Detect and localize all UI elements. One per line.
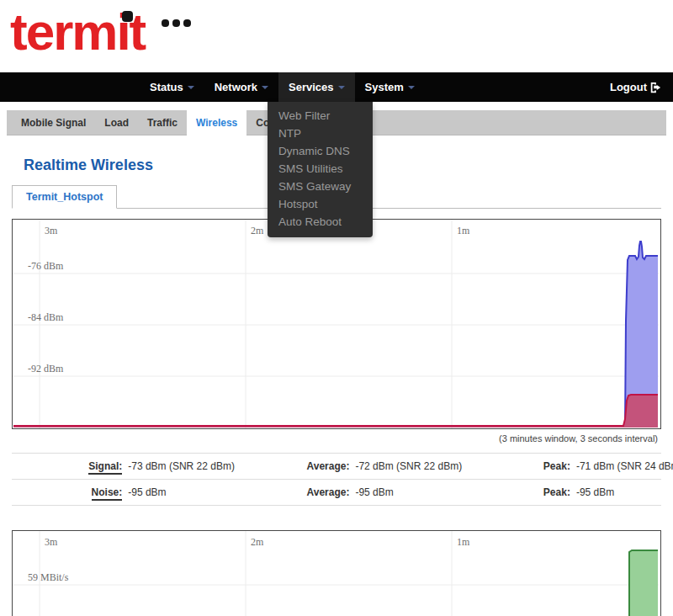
- noise-peak-label: Peak:: [538, 486, 570, 498]
- noise-average-value: -95 dBm: [349, 486, 538, 498]
- signal-average-value: -72 dBm (SNR 22 dBm): [349, 460, 538, 472]
- tab-termit-hotspot[interactable]: Termit_Hotspot: [12, 185, 117, 209]
- traffic-chart: 3m2m1m59 MBit/s: [12, 530, 661, 616]
- svg-text:1m: 1m: [457, 536, 470, 548]
- noise-peak-value: -95 dBm: [570, 486, 661, 498]
- logout-icon: [649, 82, 661, 93]
- signal-legend-label: Signal:: [88, 460, 122, 475]
- nav-item-system[interactable]: System: [355, 72, 425, 102]
- svg-text:2m: 2m: [251, 536, 264, 548]
- svg-text:3m: 3m: [45, 225, 58, 236]
- table-row-noise: Noise: -95 dBm Average: -95 dBm Peak: -9…: [12, 479, 661, 505]
- nav-item-network[interactable]: Network: [204, 72, 278, 102]
- logo-trailing-dots-icon: [162, 19, 191, 27]
- chart-window-caption: (3 minutes window, 3 seconds interval): [0, 433, 658, 443]
- chevron-down-icon: [338, 86, 345, 89]
- traffic-chart-svg: 3m2m1m59 MBit/s: [13, 531, 659, 616]
- menu-item-ntp[interactable]: NTP: [268, 125, 373, 142]
- brand-header: termit: [0, 0, 673, 72]
- svg-text:2m: 2m: [251, 225, 264, 236]
- signal-peak-label: Peak:: [538, 460, 570, 472]
- menu-item-web-filter[interactable]: Web Filter: [268, 107, 373, 125]
- svg-text:3m: 3m: [45, 536, 58, 548]
- menu-item-sms-utilities[interactable]: SMS Utilities: [268, 160, 373, 178]
- signal-peak-value: -71 dBm (SNR 24 dBm): [570, 460, 661, 472]
- menu-item-sms-gateway[interactable]: SMS Gateway: [268, 178, 373, 195]
- chevron-down-icon: [262, 86, 268, 89]
- tab-wireless[interactable]: Wireless: [187, 110, 246, 135]
- signal-noise-chart-svg: 3m2m1m-76 dBm-84 dBm-92 dBm: [13, 220, 659, 428]
- services-dropdown-menu: Web Filter NTP Dynamic DNS SMS Utilities…: [268, 102, 373, 237]
- svg-text:-76 dBm: -76 dBm: [28, 260, 64, 272]
- svg-text:1m: 1m: [457, 225, 470, 236]
- noise-average-label: Average:: [291, 486, 349, 498]
- top-navbar: Status Network Services System Logout We…: [0, 72, 673, 102]
- logout-button[interactable]: Logout: [610, 81, 661, 93]
- signal-current-value: -73 dBm (SNR 22 dBm): [122, 460, 291, 472]
- signal-stats-table: Signal: -73 dBm (SNR 22 dBm) Average: -7…: [12, 453, 661, 506]
- svg-text:59 MBit/s: 59 MBit/s: [28, 571, 69, 583]
- svg-text:-92 dBm: -92 dBm: [28, 363, 64, 374]
- logo-i-dot: [122, 11, 133, 22]
- nav-item-status[interactable]: Status: [140, 72, 204, 102]
- tab-mobile-signal[interactable]: Mobile Signal: [12, 110, 95, 135]
- noise-current-value: -95 dBm: [122, 486, 291, 498]
- menu-item-hotspot[interactable]: Hotspot: [268, 195, 373, 213]
- signal-average-label: Average:: [291, 460, 349, 472]
- table-row-signal: Signal: -73 dBm (SNR 22 dBm) Average: -7…: [12, 453, 661, 479]
- tab-load[interactable]: Load: [95, 110, 138, 135]
- chevron-down-icon: [408, 86, 415, 89]
- signal-noise-chart: 3m2m1m-76 dBm-84 dBm-92 dBm: [12, 219, 661, 429]
- menu-item-auto-reboot[interactable]: Auto Reboot: [268, 213, 373, 231]
- nav-menu: Status Network Services System: [140, 72, 425, 102]
- menu-item-dynamic-dns[interactable]: Dynamic DNS: [268, 142, 373, 160]
- tab-traffic[interactable]: Traffic: [138, 110, 187, 135]
- chevron-down-icon: [188, 86, 194, 89]
- svg-text:-84 dBm: -84 dBm: [28, 311, 64, 323]
- nav-item-services[interactable]: Services: [278, 72, 355, 102]
- noise-legend-label: Noise:: [92, 486, 123, 501]
- brand-logo[interactable]: termit: [10, 0, 145, 66]
